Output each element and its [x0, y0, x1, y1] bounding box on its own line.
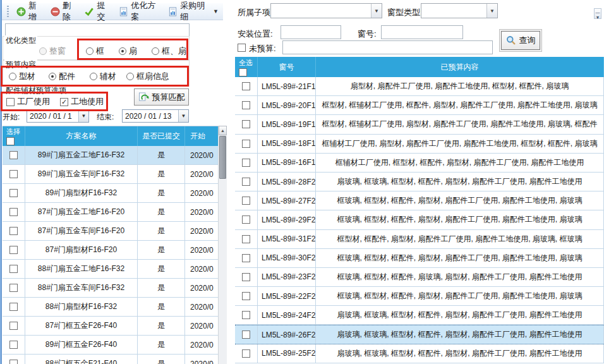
- plan-table-row[interactable]: 89#门框五金F26-F40 是 2020/0: [3, 336, 227, 355]
- row-checkbox[interactable]: [9, 151, 18, 159]
- radio-frame-sash-info[interactable]: 框扇信息: [126, 71, 169, 82]
- chevron-down-icon[interactable]: ▼: [212, 8, 220, 15]
- checkbox-site-use[interactable]: ✓ 工地使用: [60, 96, 104, 107]
- plan-table-row[interactable]: 87#门扇五金车间F16-F20 是 2020/0: [3, 222, 227, 241]
- row-checkbox[interactable]: [9, 284, 18, 292]
- plan-table-scrollbar[interactable]: ▲: [218, 126, 227, 364]
- row-checkbox[interactable]: [9, 246, 18, 254]
- chevron-down-icon[interactable]: ▼: [371, 4, 382, 18]
- window-table-row[interactable]: LM5L-89#-18F16 框辅材工厂使用, 扇型材, 扇配件工厂使用, 扇配…: [235, 135, 604, 154]
- select-all-checkbox[interactable]: [239, 68, 247, 76]
- add-button[interactable]: 新增: [13, 0, 46, 24]
- plan-table-row[interactable]: 87#门扇型材F16-F20 是 2020/0: [3, 241, 227, 260]
- radio-whole-window[interactable]: 整窗: [39, 46, 66, 57]
- window-table-row[interactable]: LM5L-89#-19F17 框型材, 框辅材工厂使用, 扇型材, 扇配件工厂使…: [235, 115, 604, 134]
- radio-icon: [86, 47, 94, 55]
- end-date-picker[interactable]: 2020 / 01 / 13 ▼: [122, 109, 189, 123]
- plan-table-row[interactable]: 87#门框五金F26-F40 是 2020/0: [3, 317, 227, 336]
- row-checkbox[interactable]: [9, 341, 18, 349]
- row-checkbox[interactable]: [242, 159, 250, 167]
- row-checkbox[interactable]: [9, 189, 18, 197]
- toolbar-overflow-button[interactable]: —▼: [594, 8, 601, 19]
- delete-button[interactable]: 删除: [47, 0, 80, 24]
- window-no-input[interactable]: [381, 25, 463, 39]
- window-no-header[interactable]: 窗号: [258, 57, 316, 77]
- row-checkbox[interactable]: [242, 215, 250, 224]
- radio-accessory[interactable]: 配件: [49, 71, 75, 82]
- plan-submitted-header[interactable]: 是否已提交: [138, 126, 185, 146]
- install-position-input[interactable]: [281, 25, 341, 39]
- window-table-row[interactable]: LM5L-89#-16F15 框辅材工厂使用, 框型材, 框配件, 扇型材, 扇…: [235, 154, 604, 173]
- plan-table-row[interactable]: 88#门扇型材F16-F32 是 2020/0: [3, 298, 227, 317]
- row-checkbox[interactable]: [242, 292, 250, 300]
- chevron-down-icon[interactable]: ▼: [178, 110, 188, 122]
- row-checkbox[interactable]: [242, 254, 250, 262]
- radio-frame-sash[interactable]: 框、扇: [152, 46, 186, 57]
- scroll-up-icon[interactable]: ▲: [219, 126, 227, 135]
- row-checkbox[interactable]: [242, 120, 250, 128]
- window-table-row[interactable]: LM5L-89#-27F25 框玻璃, 框型材, 框配件, 扇型材, 扇配件工厂…: [235, 191, 604, 210]
- row-checkbox[interactable]: [9, 322, 18, 330]
- row-checkbox[interactable]: [242, 101, 250, 109]
- purchase-detail-button[interactable]: 采购明细 ▼: [165, 0, 223, 24]
- radio-sash[interactable]: 扇: [119, 46, 137, 57]
- window-table-row[interactable]: LM5L-89#-28F26 扇玻璃, 框玻璃, 框型材, 框配件, 扇型材, …: [235, 173, 604, 191]
- optimize-type-label: 优化类型: [4, 35, 37, 46]
- window-type-select[interactable]: ▼: [421, 3, 498, 18]
- plan-table-row[interactable]: 87#门扇五金工地F16-F20 是 2020/0: [3, 203, 227, 222]
- plan-table-row[interactable]: 88#门扇五金车间F16-F32 是 2020/0: [3, 279, 227, 298]
- plan-submitted: 是: [138, 279, 185, 297]
- chevron-down-icon[interactable]: ▼: [486, 4, 497, 18]
- row-checkbox[interactable]: [9, 303, 18, 311]
- row-checkbox[interactable]: [9, 170, 18, 178]
- row-checkbox[interactable]: [242, 273, 250, 281]
- window-table-row[interactable]: LM5L-89#-26F24 扇玻璃, 框玻璃, 框型材, 框配件, 扇型材, …: [235, 325, 604, 344]
- window-table-row[interactable]: LM5L-89#-22F20 框玻璃, 框型材, 框配件, 扇型材, 扇配件工厂…: [235, 287, 604, 306]
- toolbar-grip[interactable]: [7, 6, 9, 17]
- checkbox-factory-use[interactable]: 工厂使用: [6, 96, 50, 107]
- plan-table-row[interactable]: 88#门框五金F21-F40 是 2020/0: [3, 355, 227, 364]
- radio-auxiliary[interactable]: 辅材: [90, 71, 116, 82]
- plan-table-row[interactable]: 88#门扇五金工地F16-F32 是 2020/0: [3, 260, 227, 279]
- window-table-row[interactable]: LM5L-89#-23F21 框玻璃, 框型材, 框配件, 扇玻璃, 扇型材, …: [235, 268, 604, 287]
- window-table-row[interactable]: LM5L-89#-24F22 扇玻璃, 框玻璃, 框型材, 框配件, 扇型材, …: [235, 306, 604, 325]
- radio-profile[interactable]: 型材: [9, 71, 35, 82]
- row-checkbox[interactable]: [242, 349, 250, 358]
- optimize-plan-button[interactable]: 优化方案: [116, 0, 164, 24]
- select-all-checkbox[interactable]: [6, 137, 15, 145]
- row-checkbox[interactable]: [242, 140, 250, 148]
- sub-item-select[interactable]: ▼: [270, 3, 382, 18]
- row-checkbox[interactable]: [242, 235, 250, 243]
- window-table-row[interactable]: LM5L-89#-29F27 框玻璃, 框型材, 框配件, 扇型材, 扇配件工厂…: [235, 210, 604, 229]
- submit-button[interactable]: 提交: [81, 0, 114, 24]
- unbudgeted-input[interactable]: [282, 40, 493, 54]
- window-table-row[interactable]: LM5L-89#-30F28 框玻璃, 框型材, 框配件, 扇型材, 扇配件工厂…: [235, 249, 604, 268]
- row-checkbox[interactable]: [9, 265, 18, 273]
- window-table-row[interactable]: LM5L-89#-25F23 扇玻璃, 框玻璃, 框型材, 框配件, 扇型材, …: [235, 344, 604, 363]
- plan-name-header[interactable]: 方案名称: [25, 126, 138, 146]
- budget-match-button[interactable]: 预算匹配: [134, 88, 189, 106]
- start-date-picker[interactable]: 2020 / 01 / 1 ▼: [27, 109, 89, 123]
- radio-frame[interactable]: 框: [86, 46, 104, 57]
- row-checkbox[interactable]: [242, 178, 250, 186]
- row-checkbox[interactable]: [242, 331, 250, 339]
- row-checkbox[interactable]: [9, 227, 18, 235]
- row-checkbox[interactable]: [242, 197, 250, 205]
- plan-filter-input[interactable]: [5, 23, 190, 37]
- scrollbar-thumb[interactable]: [219, 136, 226, 179]
- row-checkbox[interactable]: [242, 82, 250, 90]
- check-icon: [84, 7, 94, 16]
- chevron-down-icon[interactable]: ▼: [78, 110, 88, 122]
- row-checkbox[interactable]: [9, 208, 18, 216]
- plan-table-row[interactable]: 89#门扇五金车间F16-F32 是 2020/0: [3, 165, 227, 184]
- row-checkbox[interactable]: [242, 311, 250, 319]
- budget-content-header[interactable]: 已预算内容: [316, 57, 604, 77]
- window-table-row[interactable]: LM5L-89#-20F18 框型材, 框辅材工厂使用, 框配件, 扇型材, 扇…: [235, 96, 604, 115]
- row-checkbox[interactable]: [9, 360, 18, 364]
- plan-table-row[interactable]: 89#门扇五金工地F16-F32 是 2020/0: [3, 146, 227, 165]
- query-button[interactable]: 查询: [501, 31, 540, 50]
- plan-table-row[interactable]: 89#门扇型材F16-F32 是 2020/0: [3, 184, 227, 203]
- window-table-row[interactable]: LM5L-89#-31F29 框型材, 框配件, 扇型材, 扇配件工厂使用, 扇…: [235, 230, 604, 249]
- window-table-row[interactable]: LM5L-89#-21F19 扇型材, 扇配件工厂使用, 扇配件工地使用, 框型…: [235, 77, 604, 96]
- unbudgeted-checkbox[interactable]: [238, 44, 246, 52]
